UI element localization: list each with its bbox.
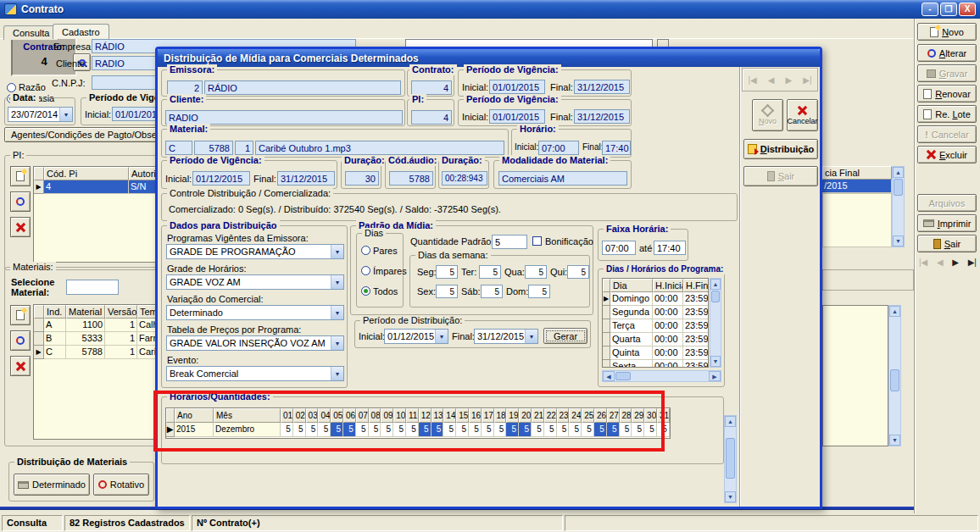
close-button[interactable]: X: [959, 3, 976, 16]
alterar-button[interactable]: Alterar: [917, 44, 977, 62]
vig2-final-field[interactable]: 31/12/2015: [574, 109, 630, 124]
grid-cell-day-quantity[interactable]: 5: [482, 423, 494, 437]
column-header-day[interactable]: 19: [506, 408, 519, 423]
grid-cell[interactable]: 1: [105, 346, 137, 359]
grid-cell[interactable]: Quarta: [610, 333, 653, 346]
pi-new-button[interactable]: [10, 166, 31, 186]
column-header-day[interactable]: 10: [393, 408, 406, 423]
grid-cell[interactable]: 00:00: [653, 292, 683, 306]
bonificacao-checkbox[interactable]: [532, 236, 542, 246]
emissora-code-field[interactable]: 2: [167, 80, 203, 95]
column-header-day[interactable]: 20: [519, 408, 532, 423]
scroll-left-icon[interactable]: ◀: [603, 371, 615, 381]
grid-cell[interactable]: 23:59: [683, 306, 709, 319]
cliente-field[interactable]: RADIO: [165, 110, 403, 125]
grid-cell-day-quantity[interactable]: 5: [620, 423, 632, 437]
scroll-down-icon[interactable]: ▼: [710, 356, 721, 367]
grid-cell[interactable]: 23:59: [683, 319, 709, 333]
column-header[interactable]: Dia: [610, 279, 653, 292]
grid-cell[interactable]: 4: [44, 180, 129, 194]
column-header[interactable]: Versão: [105, 305, 137, 319]
bg-grid-scrollbar[interactable]: ▲ ▼: [892, 166, 905, 247]
grid-cell-day-quantity[interactable]: 5: [557, 423, 570, 437]
grid-cell-day-quantity[interactable]: 5: [456, 423, 469, 437]
scroll-up-icon[interactable]: ▲: [889, 306, 900, 317]
minimize-button[interactable]: -: [922, 3, 938, 16]
column-header-day[interactable]: 21: [532, 408, 544, 423]
grid-cell-day-quantity[interactable]: 5: [632, 423, 644, 437]
grid-cell-day-quantity[interactable]: 5: [494, 423, 507, 437]
novo-button[interactable]: Novo: [917, 23, 977, 41]
gerar-button[interactable]: Gerar: [543, 328, 587, 344]
column-header-day[interactable]: 08: [369, 408, 381, 423]
vig1-final-field[interactable]: 31/12/2015: [574, 80, 630, 94]
column-header-day[interactable]: 27: [607, 408, 620, 423]
chevron-down-icon[interactable]: ▼: [525, 330, 537, 343]
modalidade-field[interactable]: Comerciais AM: [498, 171, 627, 186]
column-header-day[interactable]: 22: [544, 408, 557, 423]
grid-cell-day-quantity[interactable]: 5: [469, 423, 482, 437]
horario-inicial-field[interactable]: 07:00: [538, 141, 579, 155]
hq-table[interactable]: AnoMês0102030405060708091011121314151617…: [165, 407, 671, 439]
grid-cell[interactable]: Terça: [610, 319, 653, 333]
sair-button[interactable]: Sair: [917, 235, 977, 252]
grade-horarios-dropdown[interactable]: GRADE VOZ AM▼: [166, 274, 344, 290]
modal-sair-button[interactable]: Sair: [743, 166, 818, 186]
imprimir-button[interactable]: Imprimir: [917, 214, 977, 232]
chevron-down-icon[interactable]: ▼: [331, 336, 343, 350]
column-header-day[interactable]: 05: [331, 408, 343, 423]
rotativo-button[interactable]: Rotativo: [93, 474, 149, 496]
grid-cell-day-quantity[interactable]: 5: [594, 423, 607, 437]
grid-cell[interactable]: 00:00: [653, 333, 683, 346]
grid-cell-day-quantity[interactable]: 5: [569, 423, 582, 437]
grid-cell[interactable]: 23:59: [683, 360, 709, 368]
dias-horarios-table[interactable]: DiaH.InicialH.Fina ▶Domingo00:0023:59Seg…: [602, 278, 709, 368]
material-tipo-field[interactable]: C: [165, 141, 192, 155]
nav-last-icon[interactable]: ▶|: [803, 75, 811, 85]
grid-cell-day-quantity[interactable]: 5: [331, 423, 343, 437]
modal-bottom-vscroll[interactable]: ▲ ▼: [724, 415, 737, 503]
column-header-day[interactable]: 12: [419, 408, 432, 423]
column-header-day[interactable]: 14: [443, 408, 456, 423]
material-delete-button[interactable]: [10, 356, 31, 376]
grid-cell[interactable]: Quinta: [610, 346, 653, 360]
column-header-day[interactable]: 13: [432, 408, 444, 423]
grid-cell[interactable]: Sexta: [610, 360, 653, 368]
grid-cell[interactable]: Domingo: [610, 292, 653, 306]
variacao-dropdown[interactable]: Determinado▼: [166, 305, 344, 320]
grid-cell-day-quantity[interactable]: 5: [607, 423, 620, 437]
impares-radio[interactable]: [361, 266, 370, 275]
grid-cell-mes[interactable]: Dezembro: [214, 423, 281, 437]
horario-final-field[interactable]: 17:40: [602, 141, 631, 155]
grid-cell-day-quantity[interactable]: 5: [519, 423, 532, 437]
grid-cell-day-quantity[interactable]: 5: [506, 423, 519, 437]
table-row[interactable]: Terça00:0023:59: [603, 319, 708, 333]
scroll-up-icon[interactable]: ▲: [710, 279, 721, 290]
tabela-precos-dropdown[interactable]: GRADE VALOR INSERÇÃO VOZ AM▼: [166, 335, 344, 351]
grid-cell-day-quantity[interactable]: 5: [393, 423, 406, 437]
material-versao-field[interactable]: 1: [235, 141, 253, 155]
column-header-day[interactable]: 25: [582, 408, 594, 423]
dom-input[interactable]: 5: [528, 285, 550, 298]
column-header-day[interactable]: 28: [620, 408, 632, 423]
scrollbar-thumb[interactable]: [890, 369, 899, 391]
column-header[interactable]: Material: [66, 305, 105, 319]
table-row[interactable]: Quarta00:0023:59: [603, 333, 708, 346]
material-new-button[interactable]: [10, 305, 31, 325]
column-header[interactable]: Cód. Pi: [44, 167, 129, 180]
grid-cell-day-quantity[interactable]: 5: [356, 423, 369, 437]
ter-input[interactable]: 5: [479, 265, 501, 279]
emissora-name-field[interactable]: RÁDIO: [204, 80, 401, 95]
duracao-field[interactable]: 30: [345, 171, 379, 186]
column-header-day[interactable]: 04: [318, 408, 331, 423]
grid-cell[interactable]: C: [44, 346, 66, 359]
razao-radio[interactable]: [7, 83, 16, 92]
pd-final-dropdown[interactable]: 31/12/2015▼: [474, 329, 538, 344]
grid-cell-day-quantity[interactable]: 5: [532, 423, 544, 437]
grid-cell-day-quantity[interactable]: 5: [306, 423, 319, 437]
grid-cell-day-quantity[interactable]: 5: [293, 423, 306, 437]
scrollbar-thumb[interactable]: [894, 179, 903, 196]
nav-first-icon[interactable]: |◀: [749, 75, 757, 85]
restore-button[interactable]: ❐: [940, 3, 957, 16]
grid-cell[interactable]: 00:00: [653, 319, 683, 333]
